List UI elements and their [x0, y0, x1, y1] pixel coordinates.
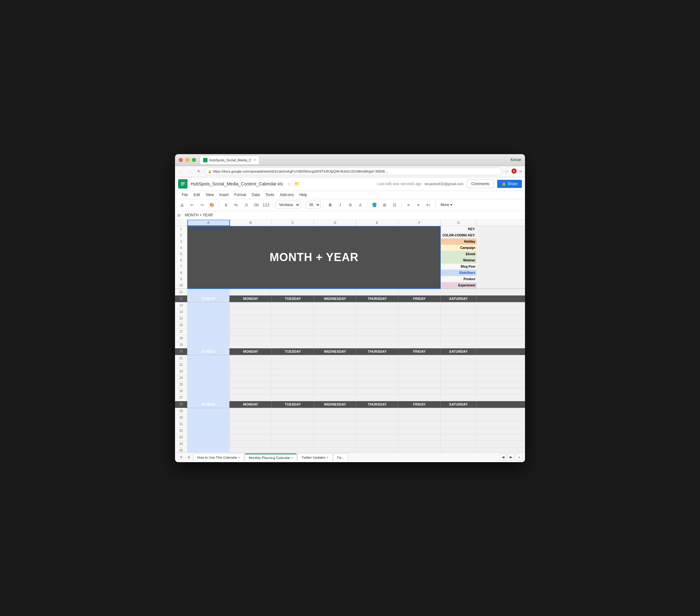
maximize-button[interactable] — [192, 158, 196, 162]
browser-more-icon[interactable]: ≡ — [520, 169, 522, 174]
font-size-select[interactable]: 36 — [305, 201, 321, 209]
print-button[interactable]: 🖨 — [177, 200, 186, 209]
cell-23-b[interactable] — [230, 368, 272, 374]
cell-19-g[interactable] — [441, 342, 477, 348]
cell-13-f[interactable] — [398, 303, 441, 309]
borders-button[interactable]: ⊞ — [380, 200, 389, 209]
cell-35-f[interactable] — [398, 447, 441, 452]
cell-33-d[interactable] — [314, 434, 356, 441]
sheet-next-button[interactable]: ▶ — [508, 454, 514, 460]
col-header-b[interactable]: B — [230, 220, 272, 226]
menu-view[interactable]: View — [203, 192, 216, 198]
cell-19-d[interactable] — [314, 342, 356, 348]
italic-button[interactable]: I — [336, 200, 345, 209]
menu-addons[interactable]: Add-ons — [277, 192, 296, 198]
cell-17-d[interactable] — [314, 329, 356, 335]
cell-27-f[interactable] — [398, 395, 441, 401]
merge-button[interactable]: ⊡ — [390, 200, 399, 209]
cell-14-b[interactable] — [230, 309, 272, 315]
cell-30-c[interactable] — [272, 415, 314, 421]
cell-29-e[interactable] — [356, 408, 398, 414]
cell-35-g[interactable] — [441, 447, 477, 452]
number-format-button[interactable]: 123 — [262, 200, 270, 209]
cell-31-f[interactable] — [398, 421, 441, 428]
share-button[interactable]: 🔒 Share — [497, 180, 522, 188]
sheet-tab-fa[interactable]: Fa... — [333, 453, 348, 461]
cell-14-d[interactable] — [314, 309, 356, 315]
favorite-star-icon[interactable]: ☆ — [287, 181, 291, 186]
menu-format[interactable]: Format — [232, 192, 249, 198]
cell-32-g[interactable] — [441, 428, 477, 434]
percent-button[interactable]: % — [232, 200, 240, 209]
cell-17-f[interactable] — [398, 329, 441, 335]
cell-15-a[interactable] — [188, 316, 230, 322]
cell-29-f[interactable] — [398, 408, 441, 414]
cell-24-e[interactable] — [356, 375, 398, 381]
cell-13-g[interactable] — [441, 303, 477, 309]
cell-23-f[interactable] — [398, 368, 441, 374]
cell-33-c[interactable] — [272, 434, 314, 441]
cell-16-b[interactable] — [230, 322, 272, 328]
cell-23-a[interactable] — [188, 368, 230, 374]
cell-22-f[interactable] — [398, 362, 441, 368]
cell-29-g[interactable] — [441, 408, 477, 414]
cell-22-b[interactable] — [230, 362, 272, 368]
cell-19-e[interactable] — [356, 342, 398, 348]
cell-26-g[interactable] — [441, 388, 477, 394]
cell-23-c[interactable] — [272, 368, 314, 374]
cell-30-g[interactable] — [441, 415, 477, 421]
cell-19-c[interactable] — [272, 342, 314, 348]
cell-19-a[interactable] — [188, 342, 230, 348]
cell-29-c[interactable] — [272, 408, 314, 414]
cell-32-e[interactable] — [356, 428, 398, 434]
col-header-d[interactable]: D — [314, 220, 356, 226]
cell-14-e[interactable] — [356, 309, 398, 315]
cell-17-e[interactable] — [356, 329, 398, 335]
cell-15-g[interactable] — [441, 316, 477, 322]
sheet-tab-how-to[interactable]: How to Use This Calendar ▾ — [193, 453, 244, 461]
cell-25-a[interactable] — [188, 381, 230, 388]
minimize-button[interactable] — [185, 158, 189, 162]
cell-26-e[interactable] — [356, 388, 398, 394]
cell-24-g[interactable] — [441, 375, 477, 381]
cell-29-b[interactable] — [230, 408, 272, 414]
cell-34-e[interactable] — [356, 441, 398, 447]
col-header-f[interactable]: F — [398, 220, 441, 226]
cell-26-a[interactable] — [188, 388, 230, 394]
cell-16-g[interactable] — [441, 322, 477, 328]
menu-file[interactable]: File — [179, 192, 190, 198]
cell-26-c[interactable] — [272, 388, 314, 394]
sheet-tab-monthly[interactable]: Monthly Planning Calendar ▾ — [245, 453, 297, 461]
cell-14-a[interactable] — [188, 309, 230, 315]
cell-18-c[interactable] — [272, 335, 314, 342]
col-header-a[interactable]: A — [188, 220, 230, 226]
cell-24-d[interactable] — [314, 375, 356, 381]
sheet-tab-twitter[interactable]: Twitter Updates ▾ — [298, 453, 332, 461]
decimal-decrease-button[interactable]: .0 — [241, 200, 250, 209]
cell-33-f[interactable] — [398, 434, 441, 441]
cell-16-a[interactable] — [188, 322, 230, 328]
currency-button[interactable]: $ — [222, 200, 230, 209]
undo-button[interactable]: ↩ — [188, 200, 196, 209]
cell-35-d[interactable] — [314, 447, 356, 452]
cell-31-a[interactable] — [188, 421, 230, 428]
cell-27-d[interactable] — [314, 395, 356, 401]
col-header-e[interactable]: E — [356, 220, 398, 226]
cell-29-d[interactable] — [314, 408, 356, 414]
cell-35-c[interactable] — [272, 447, 314, 452]
cell-25-e[interactable] — [356, 381, 398, 388]
forward-button[interactable]: → — [187, 168, 193, 174]
cell-29-a[interactable] — [188, 408, 230, 414]
cell-31-d[interactable] — [314, 421, 356, 428]
cell-34-f[interactable] — [398, 441, 441, 447]
sheet-prev-button[interactable]: ◀ — [499, 454, 506, 460]
bookmark-star-icon[interactable]: ☆ — [505, 169, 509, 174]
cell-33-e[interactable] — [356, 434, 398, 441]
cell-24-a[interactable] — [188, 375, 230, 381]
cell-30-b[interactable] — [230, 415, 272, 421]
cell-35-e[interactable] — [356, 447, 398, 452]
cell-24-b[interactable] — [230, 375, 272, 381]
paint-format-button[interactable]: 🎨 — [208, 200, 216, 209]
sheet-add-end-button[interactable]: + — [516, 454, 523, 460]
cell-34-g[interactable] — [441, 441, 477, 447]
